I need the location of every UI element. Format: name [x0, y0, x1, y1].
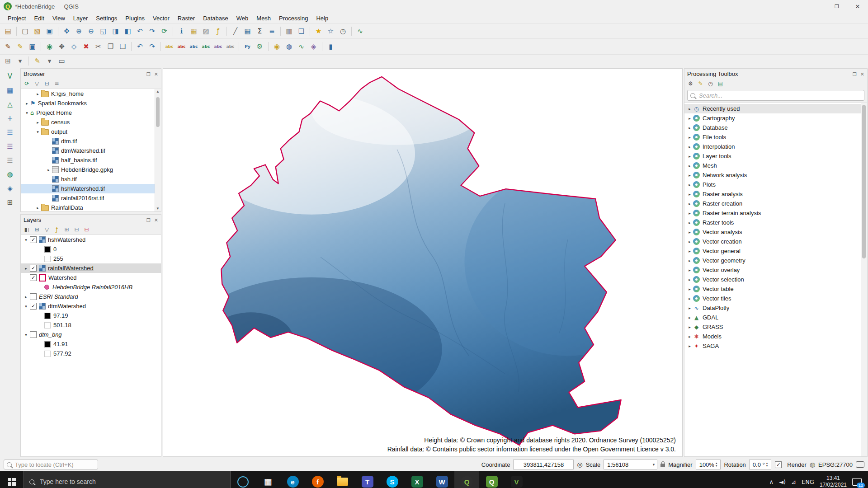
browser-item-hebdenbridge-gpkg[interactable]: ▸HebdenBridge.gpkg — [21, 165, 161, 174]
taskbar-app-cortana[interactable] — [231, 471, 255, 488]
magnifier-value[interactable]: 100% — [696, 460, 721, 469]
zoom-next-icon[interactable]: ↷ — [146, 26, 158, 37]
processing-group-file-tools[interactable]: ▸File tools — [684, 132, 867, 142]
cut-features-icon[interactable]: ✂ — [92, 41, 104, 52]
browser-item-hshwatershed-tif[interactable]: hshWatershed.tif — [21, 184, 161, 193]
rotation-value[interactable]: 0.0 ° — [749, 460, 771, 469]
add-mssql-icon[interactable]: ☰ — [4, 155, 16, 166]
layer-item-0[interactable]: 0 — [21, 244, 161, 254]
processing-group-dataplotly[interactable]: ▸∿DataPlotly — [684, 303, 867, 313]
layer-item-97-19[interactable]: 97.19 — [21, 311, 161, 320]
processing-group-vector-geometry[interactable]: ▸Vector geometry — [684, 256, 867, 265]
add-postgis-icon[interactable]: ☰ — [4, 127, 16, 138]
collapse-all-icon[interactable]: ⊟ — [72, 225, 81, 234]
expander-icon[interactable]: ▸ — [686, 315, 693, 320]
visibility-checkbox[interactable]: ✓ — [30, 274, 37, 281]
layer-item-255[interactable]: 255 — [21, 254, 161, 263]
osm-search-icon[interactable]: ◉ — [271, 41, 283, 52]
add-feature-icon[interactable]: ◉ — [43, 41, 56, 52]
processing-group-layer-tools[interactable]: ▸Layer tools — [684, 151, 867, 161]
new-bookmark-icon[interactable]: ★ — [312, 26, 325, 37]
browser-filter-icon[interactable]: ▽ — [32, 80, 42, 88]
rotate-label-icon[interactable]: abc — [224, 41, 236, 52]
processing-history-icon[interactable]: ◷ — [706, 80, 715, 88]
volume-icon[interactable]: ◄) — [779, 479, 786, 485]
open-project-icon[interactable]: ▧ — [31, 26, 43, 37]
add-wms-icon[interactable]: ◍ — [4, 169, 16, 180]
layer-item-dtm-bng[interactable]: ▾dtm_bng — [21, 330, 161, 339]
browser-item-rainfalldata[interactable]: ▸RainfallData — [21, 203, 161, 211]
zoom-last-icon[interactable]: ↶ — [134, 26, 146, 37]
taskbar-app-qgis-ltr[interactable]: Q — [479, 471, 504, 488]
processing-models-icon[interactable]: ⚙ — [686, 80, 695, 88]
maximize-button[interactable] — [826, 0, 847, 13]
browser-item-spatial-bookmarks[interactable]: ▸⚑Spatial Bookmarks — [21, 99, 161, 108]
save-project-icon[interactable]: ▣ — [43, 26, 56, 37]
menu-plugins[interactable]: Plugins — [121, 14, 149, 23]
processing-group-raster-tools[interactable]: ▸Raster tools — [684, 218, 867, 227]
expander-icon[interactable]: ▸ — [686, 249, 693, 253]
processing-group-raster-terrain-analysis[interactable]: ▸Raster terrain analysis — [684, 208, 867, 218]
annotation-options-icon[interactable]: ▾ — [43, 56, 56, 66]
add-delimited-text-icon[interactable]: + — [4, 113, 16, 124]
expander-icon[interactable]: ▸ — [686, 116, 693, 121]
minimize-button[interactable] — [806, 0, 826, 13]
menu-layer[interactable]: Layer — [69, 14, 92, 23]
close-panel-icon[interactable] — [154, 70, 158, 77]
expander-icon[interactable]: ▸ — [686, 154, 693, 159]
add-group-icon[interactable]: ⊞ — [32, 225, 42, 234]
add-vector-layer-icon[interactable]: V — [4, 71, 16, 82]
python-console-icon[interactable]: Py — [241, 41, 254, 52]
zoom-to-layer-icon[interactable]: ◧ — [122, 26, 134, 37]
map-tips-icon[interactable]: ❏ — [295, 26, 307, 37]
taskbar-search-input[interactable] — [39, 478, 225, 486]
menu-help[interactable]: Help — [312, 14, 332, 23]
browser-properties-icon[interactable]: ≡ — [52, 80, 61, 88]
processing-group-models[interactable]: ▸✱Models — [684, 332, 867, 341]
expander-icon[interactable]: ▸ — [686, 164, 693, 168]
show-bookmarks-icon[interactable]: ☆ — [325, 26, 337, 37]
processing-search-box[interactable] — [687, 90, 864, 101]
profile-tool-icon[interactable]: ∿ — [354, 26, 366, 37]
processing-group-vector-overlay[interactable]: ▸Vector overlay — [684, 265, 867, 275]
messages-icon[interactable] — [856, 461, 864, 468]
lock-scale-icon[interactable] — [660, 464, 665, 467]
visibility-checkbox[interactable] — [30, 331, 37, 338]
locate-input[interactable] — [14, 461, 95, 469]
taskbar-app-skype[interactable]: S — [380, 471, 405, 488]
close-panel-icon[interactable] — [154, 216, 158, 223]
expander-icon[interactable]: ▸ — [686, 287, 693, 291]
temporal-controller-icon[interactable]: ◷ — [337, 26, 349, 37]
close-button[interactable] — [847, 0, 868, 13]
processing-group-mesh[interactable]: ▸Mesh — [684, 161, 867, 170]
layer-item-501-18[interactable]: 501.18 — [21, 320, 161, 330]
deselect-features-icon[interactable]: ▨ — [200, 26, 212, 37]
expander-icon[interactable]: ▸ — [686, 221, 693, 225]
taskbar-app-word[interactable]: W — [429, 471, 454, 488]
taskbar-app-edge[interactable]: e — [280, 471, 305, 488]
processing-group-gdal[interactable]: ▸▲GDAL — [684, 313, 867, 322]
processing-scrollbar[interactable] — [861, 103, 867, 456]
profile-plugin-icon[interactable]: ∿ — [295, 41, 307, 52]
scroll-down-icon[interactable]: ▼ — [155, 206, 160, 211]
taskbar-app-excel[interactable]: X — [405, 471, 429, 488]
expander-icon[interactable]: ▾ — [23, 304, 29, 309]
processing-group-vector-table[interactable]: ▸Vector table — [684, 284, 867, 294]
extents-toggle-icon[interactable]: ◎ — [577, 461, 582, 468]
processing-group-interpolation[interactable]: ▸Interpolation — [684, 142, 867, 151]
pin-labels-icon[interactable]: abc — [188, 41, 200, 52]
add-wfs-icon[interactable]: ◈ — [4, 183, 16, 194]
clock[interactable]: 13:41 17/02/2021 — [820, 475, 847, 488]
browser-scrollbar[interactable]: ▲ ▼ — [155, 89, 161, 211]
processing-group-database[interactable]: ▸Database — [684, 123, 867, 132]
scroll-thumb[interactable] — [156, 97, 160, 127]
action-center-icon[interactable]: 12 — [852, 478, 862, 486]
expander-icon[interactable]: ▾ — [34, 130, 41, 134]
expander-icon[interactable]: ▸ — [686, 192, 693, 197]
delete-selected-icon[interactable]: ✖ — [80, 41, 92, 52]
layer-item-watershed[interactable]: ✓Watershed — [21, 273, 161, 282]
processing-group-raster-analysis[interactable]: ▸Raster analysis — [684, 189, 867, 199]
vertex-tool-icon[interactable]: ◇ — [68, 41, 80, 52]
expander-icon[interactable]: ▸ — [686, 211, 693, 216]
taskbar-search[interactable] — [24, 471, 231, 488]
